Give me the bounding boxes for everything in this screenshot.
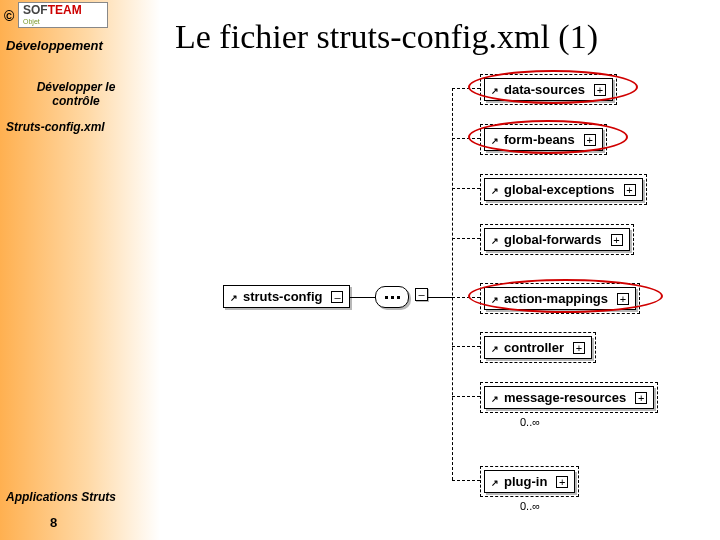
connector	[350, 297, 375, 298]
page-title: Le fichier struts-config.xml (1)	[175, 18, 598, 56]
tree-trunk	[452, 88, 453, 480]
cardinality: 0..∞	[520, 500, 540, 512]
branch	[452, 238, 480, 239]
optional-wrapper: ↗ message-resources +	[480, 382, 658, 413]
sidebar-sub-struts: Struts-config.xml	[6, 120, 105, 134]
node-label: plug-in	[504, 474, 547, 489]
connector	[428, 297, 452, 298]
sidebar-sub-develop: Développer lecontrôle	[6, 80, 146, 108]
seq-toggle-icon: –	[415, 288, 428, 301]
toggle-plus-icon: +	[556, 476, 568, 488]
arrow-icon: ↗	[491, 479, 499, 488]
node-global-forwards: ↗ global-forwards +	[484, 228, 630, 251]
toggle-plus-icon: +	[573, 342, 585, 354]
sidebar: © SOFTEAM Objet Développement Développer…	[0, 0, 160, 540]
sidebar-heading: Développement	[6, 38, 103, 53]
node-label: message-resources	[504, 390, 626, 405]
node-label: global-forwards	[504, 232, 602, 247]
node-struts-config: ↗ struts-config –	[223, 285, 350, 308]
cardinality: 0..∞	[520, 416, 540, 428]
branch	[452, 396, 480, 397]
page-number: 8	[50, 515, 57, 530]
optional-wrapper: ↗ global-exceptions +	[480, 174, 647, 205]
node-label: controller	[504, 340, 564, 355]
toggle-minus-icon: –	[331, 291, 343, 303]
toggle-plus-icon: +	[611, 234, 623, 246]
node-message-resources: ↗ message-resources +	[484, 386, 654, 409]
arrow-icon: ↗	[491, 345, 499, 354]
optional-wrapper: ↗ global-forwards +	[480, 224, 634, 255]
highlight-circle	[468, 120, 628, 154]
toggle-plus-icon: +	[635, 392, 647, 404]
branch	[452, 346, 480, 347]
toggle-plus-icon: +	[624, 184, 636, 196]
sidebar-footer: Applications Struts	[6, 490, 116, 504]
branch	[452, 480, 480, 481]
node-label: struts-config	[243, 289, 322, 304]
node-global-exceptions: ↗ global-exceptions +	[484, 178, 643, 201]
arrow-icon: ↗	[491, 395, 499, 404]
branch	[452, 188, 480, 189]
arrow-icon: ↗	[230, 294, 238, 303]
highlight-circle	[468, 70, 638, 104]
logo: SOFTEAM Objet	[18, 2, 108, 28]
arrow-icon: ↗	[491, 237, 499, 246]
node-controller: ↗ controller +	[484, 336, 592, 359]
diagram: ↗ struts-config – – ↗ data-sources + ↗ f…	[210, 70, 710, 500]
highlight-circle	[468, 279, 663, 313]
sequence-box	[375, 286, 409, 308]
arrow-icon: ↗	[491, 187, 499, 196]
node-label: global-exceptions	[504, 182, 615, 197]
copyright: ©	[4, 8, 14, 24]
optional-wrapper: ↗ controller +	[480, 332, 596, 363]
node-plug-in: ↗ plug-in +	[484, 470, 575, 493]
optional-wrapper: ↗ plug-in +	[480, 466, 579, 497]
